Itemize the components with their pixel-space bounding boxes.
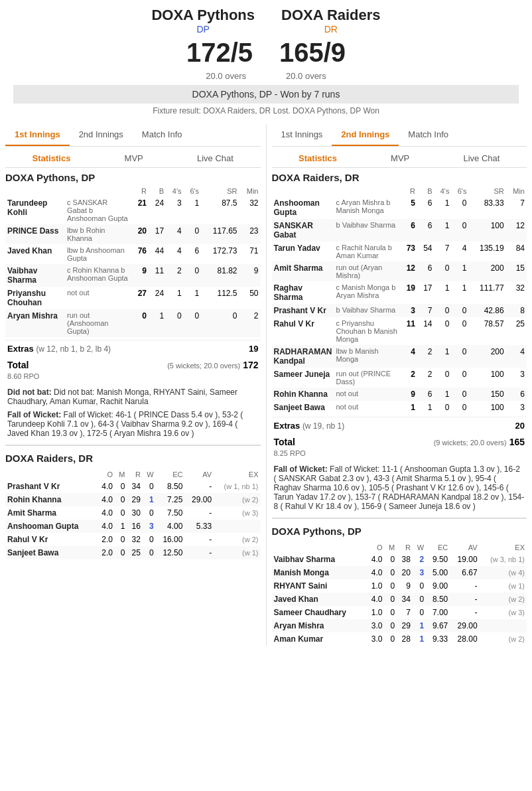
table-row: Anshooman Gupta 4.0 1 16 3 4.00 5.33 [5,520,261,533]
wickets: 0 [143,480,156,493]
balls: 2 [417,368,434,388]
left-extras: Extras (w 12, nb 1, b 2, lb 4) 19 [5,340,261,357]
sixes: 1 [451,281,468,304]
tab-match-info-right[interactable]: Match Info [399,124,458,146]
dismissal: lbw b Anshooman Gupta [65,244,131,264]
overs: 4.0 [96,506,115,520]
wickets: 3 [143,520,156,533]
left-divider [5,445,261,446]
right-total: Total8.25 RPO (9 wickets; 20.0 overs) 16… [272,434,527,461]
fours: 3 [166,196,184,224]
bowler-name: Prashant V Kr [5,480,96,493]
minutes: 6 [506,388,527,401]
runs-conceded: 16 [127,520,142,533]
sixes: 1 [184,287,202,309]
overs: 2.0 [96,546,115,559]
bowler-name: Javed Khan [272,593,366,606]
runs: 76 [131,244,149,264]
subtab-statistics-right[interactable]: Statistics [292,149,344,167]
tab-1st-innings-right[interactable]: 1st Innings [272,124,332,146]
average: - [184,480,214,493]
subtab-mvp-right[interactable]: MVP [384,149,416,167]
table-row: Raghav Sharma c Manish Monga b Aryan Mis… [272,281,527,304]
minutes: 9 [239,264,261,287]
tab-2nd-innings-left[interactable]: 2nd Innings [70,124,133,146]
wickets: 0 [143,506,156,520]
maidens: 0 [384,553,397,566]
batsman-name: Sanjeet Bawa [272,401,334,414]
table-row: Sanjeet Bawa not out 1 1 0 0 100 3 [272,401,527,414]
right-batting-team: DOXA Raiders, DR [272,172,527,183]
runs: 4 [401,345,418,368]
strike-rate: 0 [201,309,239,337]
runs-conceded: 28 [397,632,413,646]
bowler-name: Vaibhav Sharma [272,553,366,566]
fours: 1 [434,345,452,368]
fours: 0 [434,261,452,281]
wickets: 1 [413,619,426,632]
wickets: 0 [413,593,426,606]
sixes: 1 [451,261,468,281]
fours: 0 [434,401,452,414]
maidens: 0 [115,506,127,520]
batsman-name: Rohin Khanna [272,388,334,401]
overs: 1.0 [366,606,385,619]
table-row: Sameer Chaudhary 1.0 0 7 0 7.00 - (w 3) [272,606,527,619]
average: - [184,546,214,559]
fours: 4 [166,244,184,264]
tab-match-info-left[interactable]: Match Info [133,124,192,146]
batsman-name: RADHARAMAN Kandpal [272,345,334,368]
right-bowling-team: DOXA Pythons, DP [272,526,527,537]
team1-name: DOXA Pythons DP [151,7,255,35]
subtab-statistics-left[interactable]: Statistics [26,149,78,167]
table-row: Rahul V Kr 2.0 0 32 0 16.00 - (w 2) [5,533,261,546]
tab-2nd-innings-right[interactable]: 2nd Innings [332,124,399,146]
balls: 24 [149,196,166,224]
sixes: 0 [184,224,202,244]
runs: 5 [401,196,418,219]
wickets: 2 [413,553,426,566]
balls: 2 [417,345,434,368]
batsman-name: Anshooman Gupta [272,196,334,219]
strike-rate: 200 [468,261,505,281]
runs-conceded: 38 [397,553,413,566]
extras-given [214,520,260,533]
subtab-livechat-right[interactable]: Live Chat [456,149,506,167]
table-row: Amit Sharma run out (Aryan Mishra) 12 6 … [272,261,527,281]
table-row: Prashant V Kr 4.0 0 34 0 8.50 - (w 1, nb… [5,480,261,493]
left-column: 1st Innings 2nd Innings Match Info Stati… [0,124,267,646]
left-bat-table: R B 4's 6's SR Min Tarundeep Kohli c SAN… [5,186,261,337]
economy: 5.00 [426,566,450,579]
minutes: 3 [506,368,527,388]
balls: 14 [417,317,434,345]
fours: 7 [434,242,452,261]
subtab-livechat-left[interactable]: Live Chat [190,149,240,167]
maidens: 0 [384,566,397,579]
dismissal: not out [334,388,401,401]
subtab-mvp-left[interactable]: MVP [118,149,150,167]
strike-rate: 83.33 [468,196,505,219]
bowler-name: Sanjeet Bawa [5,546,96,559]
fixture-result: Fixture result: DOXA Raiders, DR Lost. D… [0,106,532,115]
balls: 24 [149,287,166,309]
dismissal: c Priyanshu Chouhan b Manish Monga [334,317,401,345]
minutes: 84 [506,242,527,261]
strike-rate: 42.86 [468,304,505,317]
batsman-name: Javed Khan [5,244,65,264]
batsman-name: Sameer Juneja [272,368,334,388]
dismissal: not out [65,287,131,309]
dismissal: c Rohin Khanna b Anshooman Gupta [65,264,131,287]
extras-given: (w 1, nb 1) [214,480,260,493]
table-row: Aryan Mishra run out (Anshooman Gupta) 0… [5,309,261,337]
economy: 7.00 [426,606,450,619]
left-bowling-team: DOXA Raiders, DR [5,453,261,464]
runs-conceded: 20 [397,566,413,579]
tab-1st-innings-left[interactable]: 1st Innings [5,124,70,146]
average: 29.00 [450,619,479,632]
table-row: Tarun Yadav c Rachit Narula b Aman Kumar… [272,242,527,261]
economy: 9.67 [426,619,450,632]
maidens: 0 [115,533,127,546]
team2-name: DOXA Raiders DR [281,7,381,35]
match-header: DOXA Pythons DP DOXA Raiders DR 172/5 16… [0,0,532,124]
extras-given: (w 2) [480,593,527,606]
